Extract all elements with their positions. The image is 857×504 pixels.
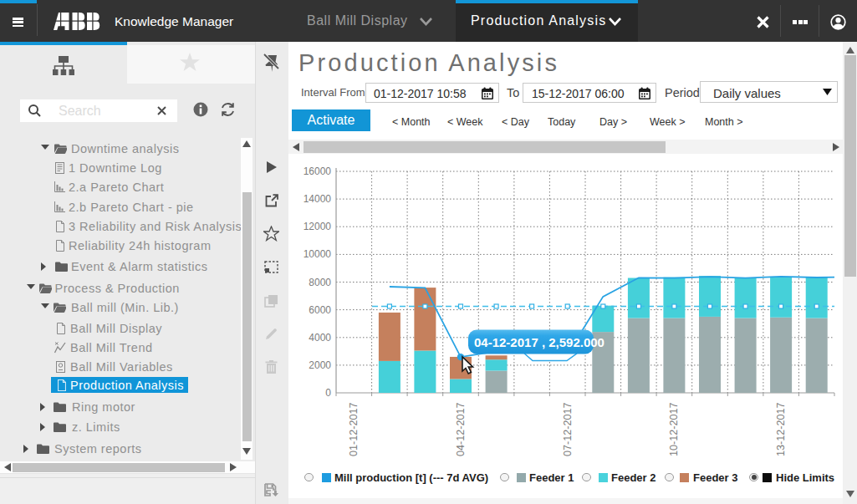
svg-text:13-12-2017: 13-12-2017 [775,403,787,456]
svg-text:12000: 12000 [304,221,332,232]
svg-text:4000: 4000 [309,332,331,344]
svg-text:04-12-2017 , 2,592.000: 04-12-2017 , 2,592.000 [474,335,604,349]
svg-text:2000: 2000 [309,359,331,371]
svg-text:07-12-2017: 07-12-2017 [562,403,574,456]
svg-text:6000: 6000 [309,304,331,316]
svg-text:0: 0 [325,387,331,399]
svg-text:8000: 8000 [309,277,331,288]
svg-text:14000: 14000 [304,193,332,205]
svg-text:04-12-2017: 04-12-2017 [455,403,467,456]
svg-text:01-12-2017: 01-12-2017 [348,403,360,456]
svg-text:16000: 16000 [304,165,332,177]
svg-text:10000: 10000 [304,248,332,260]
svg-text:10-12-2017: 10-12-2017 [668,403,680,456]
